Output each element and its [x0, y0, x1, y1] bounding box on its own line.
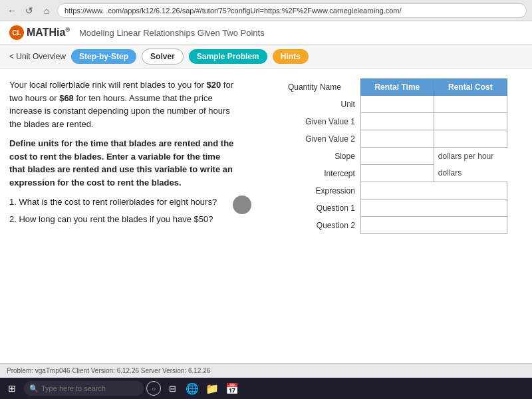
search-icon: 🔍 — [29, 384, 39, 393]
table-row: Unit — [269, 96, 523, 113]
task-view-button[interactable]: ⊟ — [164, 380, 181, 397]
browser-chrome: ← ↺ ⌂ https://www. .com/apps/k12/6.12.26… — [0, 0, 532, 21]
mathia-logo: CL MATHia® — [9, 25, 70, 40]
table-row: Question 1 — [269, 200, 523, 217]
given2-rental-cost-input[interactable] — [434, 130, 507, 148]
given2-suffix — [507, 130, 523, 148]
unit-rental-cost-input[interactable] — [434, 96, 507, 113]
edge-icon[interactable]: 🌐 — [184, 380, 201, 397]
question1-suffix — [507, 200, 523, 217]
question2-suffix — [507, 217, 523, 234]
question2-input[interactable] — [360, 217, 507, 234]
circle-divider — [233, 196, 251, 214]
col1-header: Rental Time — [360, 79, 434, 96]
nav-bar: < Unit Overview Step-by-Step Solver Samp… — [0, 45, 532, 69]
intercept-suffix: dollars — [434, 165, 523, 182]
taskbar-search-box[interactable]: 🔍 — [24, 381, 144, 396]
taskbar-search-input[interactable] — [41, 384, 134, 392]
given1-label: Given Value 1 — [269, 113, 360, 130]
cortana-button[interactable]: ○ — [146, 381, 161, 396]
status-text: Problem: vgaTmp046 Client Version: 6.12.… — [7, 367, 210, 374]
slope-suffix: dollars per hour — [434, 148, 523, 165]
intercept-value-input[interactable] — [360, 165, 434, 182]
given2-label: Given Value 2 — [269, 130, 360, 148]
given1-rental-cost-input[interactable] — [434, 113, 507, 130]
sample-problem-button[interactable]: Sample Problem — [189, 49, 267, 64]
given1-rental-time-input[interactable] — [360, 113, 434, 130]
expression-suffix — [507, 182, 523, 200]
step-by-step-button[interactable]: Step-by-Step — [71, 49, 136, 64]
home-button[interactable]: ⌂ — [40, 4, 53, 17]
empty-header: Quantity Name — [269, 79, 360, 96]
expression-input[interactable] — [360, 182, 507, 200]
logo-icon: CL — [9, 25, 24, 40]
question1-label: Question 1 — [269, 200, 360, 217]
expression-label: Expression — [269, 182, 360, 200]
col2-header: Rental Cost — [434, 79, 507, 96]
table-row: Expression — [269, 182, 523, 200]
table-row: Question 2 — [269, 217, 523, 234]
col3-empty-header — [507, 79, 523, 96]
start-button[interactable]: ⊞ — [3, 379, 21, 398]
taskbar: ⊞ 🔍 ○ ⊟ 🌐 📁 📅 — [0, 378, 532, 399]
refresh-button[interactable]: ↺ — [23, 4, 36, 17]
question2-label: Question 2 — [269, 217, 360, 234]
right-panel: Quantity Name Rental Time Rental Cost Un… — [257, 78, 523, 339]
main-content: Your local rollerblade rink will rent bl… — [0, 69, 532, 348]
left-panel: Your local rollerblade rink will rent bl… — [9, 78, 235, 339]
table-row: Slope dollars per hour — [269, 148, 523, 165]
unit-suffix — [507, 96, 523, 113]
question1-input[interactable] — [360, 200, 507, 217]
data-table: Quantity Name Rental Time Rental Cost Un… — [269, 78, 523, 234]
app-title: Modeling Linear Relationships Given Two … — [79, 28, 265, 38]
table-row: Given Value 2 — [269, 130, 523, 148]
given1-suffix — [507, 113, 523, 130]
table-row: Intercept dollars — [269, 165, 523, 182]
instruction-text: Define units for the time that blades ar… — [9, 137, 235, 189]
table-row: Given Value 1 — [269, 113, 523, 130]
url-bar[interactable]: https://www. .com/apps/k12/6.12.26/sap/#… — [57, 3, 527, 18]
slope-label: Slope — [269, 148, 360, 165]
slope-value-input[interactable] — [360, 148, 434, 165]
logo-name: MATHia® — [27, 27, 70, 39]
folder-icon[interactable]: 📁 — [203, 380, 221, 397]
calendar-icon[interactable]: 📅 — [223, 380, 241, 397]
question-2: 2. How long can you rent the blades if y… — [9, 213, 235, 226]
app-header: CL MATHia® Modeling Linear Relationships… — [0, 21, 532, 45]
hints-button[interactable]: Hints — [273, 49, 309, 64]
given2-rental-time-input[interactable] — [360, 130, 434, 148]
unit-overview-link[interactable]: < Unit Overview — [9, 52, 66, 61]
back-button[interactable]: ← — [5, 4, 19, 17]
status-bar: Problem: vgaTmp046 Client Version: 6.12.… — [0, 363, 532, 378]
unit-label: Unit — [269, 96, 360, 113]
intro-text: Your local rollerblade rink will rent bl… — [9, 78, 235, 130]
unit-rental-time-input[interactable] — [360, 96, 434, 113]
solver-button[interactable]: Solver — [142, 49, 184, 65]
intercept-label: Intercept — [269, 165, 360, 182]
question-1: 1. What is the cost to rent rollerblades… — [9, 196, 235, 209]
